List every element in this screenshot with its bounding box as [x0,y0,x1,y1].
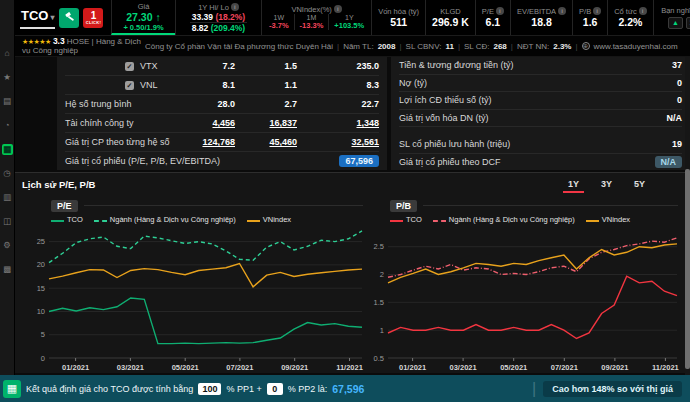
svg-text:11/2021: 11/2021 [336,363,363,372]
info-icon[interactable]: i [639,7,647,15]
cell-value: 2.7 [235,99,297,109]
cell-value: 7.2 [183,61,235,71]
separator: | [458,42,460,51]
pp2-input[interactable]: 0 [267,383,283,395]
legend-label: Ngành (Hàng & Dịch vụ Công nghiệp) [110,215,236,224]
website-link[interactable]: www.tasaduyenhai.com [594,42,678,51]
svg-text:2: 2 [380,270,384,279]
info-icon[interactable]: i [334,5,342,13]
star-icon[interactable]: ★ [2,72,13,83]
cell-value[interactable]: 1,348 [297,118,379,128]
gavel-icon[interactable] [59,8,79,28]
svg-text:1.5: 1.5 [374,298,384,307]
table-row: Giá trị cổ phiếu (P/E, P/B, EV/EBITDA)67… [65,152,379,170]
list-icon[interactable]: ▤ [2,96,13,107]
metric-value: 511 [390,16,407,28]
layers-icon[interactable]: ▩ [2,264,13,275]
legend-swatch [390,220,403,222]
vnindex-value: -13.3% [300,21,324,30]
pp1-input[interactable]: 100 [198,383,221,395]
checkbox-checked[interactable]: ✓ [125,81,134,90]
row-label-text: Tài chính công ty [65,118,134,128]
thumbs-up-icon[interactable]: ▲ [668,17,683,29]
cell-value[interactable]: 4,456 [183,118,235,128]
value-badge: 67,596 [339,155,379,167]
metric-label: P/Ei [482,7,504,16]
table-row: Giá trị vốn hóa DN (tỷ)N/A [399,110,682,128]
ticker-dropdown[interactable]: TCO▾ [20,7,55,29]
info-icon[interactable]: i [558,7,566,15]
upvote-count[interactable]: 1 [686,17,690,29]
top-bar: TCO▾ 1 CLICK! Giá 27.30 ↑ + 0.50/1.9% 1Y… [15,0,690,36]
cell-value[interactable]: 45,460 [235,137,297,147]
cell-value[interactable]: 16,837 [235,118,297,128]
info-icon[interactable]: i [496,7,504,15]
one-click-icon[interactable]: 1 CLICK! [83,8,103,28]
home-icon[interactable]: ⌂ [2,48,13,59]
settings-gear-icon[interactable]: ⚙ [2,240,13,251]
metric-cell-3: EV/EBITDAi18.8 [510,0,572,35]
svg-text:07/2021: 07/2021 [226,363,253,372]
info-icon[interactable]: i [231,3,239,11]
pie-chart-icon[interactable]: ◔ [2,120,13,131]
value-badge: N/A [655,156,683,168]
divider [423,205,678,206]
vnindex-col-1w: 1W-3.7% [264,14,294,30]
svg-text:09/2021: 09/2021 [601,363,628,372]
svg-text:15: 15 [37,284,45,293]
scrollbar-thumb[interactable] [685,169,690,369]
table-row: Hệ số trung bình28.02.722.7 [65,95,379,114]
valuation-icon[interactable]: ▦ [2,144,13,155]
table-row: SL cổ phiếu lưu hành (triệu)19 [399,136,682,154]
valuation-section: ✓VTX7.21.5235.0✓VNL8.11.18.3Hệ số trung … [57,57,690,170]
badge-cell: N/A [600,156,682,168]
legend-item: Ngành (Hàng & Dịch vụ Công nghiệp) [94,215,236,224]
legend-swatch [247,220,260,222]
separator: | [337,42,339,51]
cell-value: 1.1 [235,80,297,90]
compare-icon[interactable]: ◫ [2,216,13,227]
cell-value: 1.5 [235,61,297,71]
table-row: Giá trị cổ phiếu theo DCFN/A [399,154,682,171]
stars-icon: ★★★★★ [22,38,51,45]
range-tabs: 1Y3Y5Y [565,175,648,193]
row-label: Giá trị CP theo từng hệ số [65,137,183,147]
table-row: ✓VNL8.11.18.3 [65,76,379,95]
field-value: 2.3% [553,42,571,51]
scrollbar-track[interactable] [685,57,690,375]
divider [84,205,363,206]
chevron-down-icon: ▾ [50,13,54,22]
info-icon[interactable]: i [593,7,601,15]
row-label: Lợi ích CĐ thiểu số (tỷ) [399,95,600,105]
metric-value: 1.6 [583,16,598,28]
metric-value: 6.1 [486,16,501,28]
cell-value[interactable]: 32,561 [297,137,379,147]
table-row: Giá trị CP theo từng hệ số124,76845,4603… [65,133,379,152]
hi-value: 33.39 [192,12,213,22]
vnindex-value: +103.5% [334,21,364,30]
svg-text:05/2021: 05/2021 [500,363,527,372]
pe-chart-header: P/E [51,198,371,213]
vnindex-col-1m: 1M-13.3% [294,14,329,30]
metric-cell-0: Vốn hóa (tỷ)511 [371,0,425,35]
legend-label: TCO [67,215,83,224]
cell-value[interactable]: 124,768 [183,137,235,147]
pb-chart-legend: TCONgành (Hàng & Dịch vụ Công nghiệp)VNi… [390,213,686,225]
range-tab-1y[interactable]: 1Y [565,175,582,193]
separator: | [399,42,401,51]
row-label: SL cổ phiếu lưu hành (triệu) [399,139,600,149]
range-tab-5y[interactable]: 5Y [631,175,648,193]
table-icon[interactable]: ▥ [2,192,13,203]
field-label: Năm TL: [343,42,374,51]
field-value: 2008 [378,42,396,51]
metric-label: KLGD [440,7,460,16]
metric-label: Cổ tứci [614,7,647,16]
checkbox-checked[interactable]: ✓ [125,62,134,71]
range-tab-3y[interactable]: 3Y [598,175,615,193]
history-section: Lịch sử P/E, P/B 1Y3Y5Y P/ETCONgành (Hàn… [15,172,690,373]
sidebar: ⌂★▤◔▦◷▥◫⚙▩ [0,0,15,402]
row-label: ✓VNL [65,80,183,90]
history-clock-icon[interactable]: ◷ [2,168,13,179]
cell-value: 22.7 [297,99,379,109]
grid-icon[interactable]: ▦ [3,380,21,398]
